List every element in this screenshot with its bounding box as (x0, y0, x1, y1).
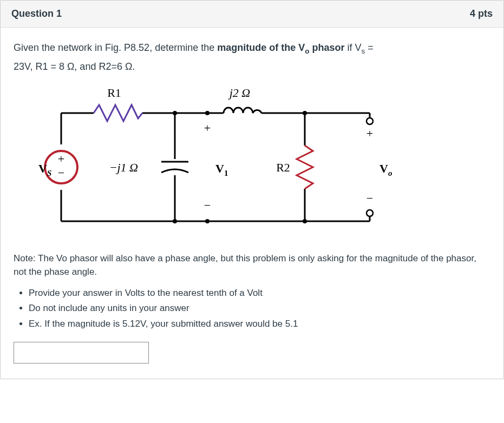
question-header: Question 1 4 pts (1, 1, 503, 28)
svg-point-17 (303, 111, 307, 115)
r2-label: R2 (276, 161, 290, 174)
negj1-label: −j1 Ω (109, 161, 138, 174)
v1-plus: + (204, 121, 211, 135)
question-body: Given the network in Fig. P8.52, determi… (1, 28, 503, 379)
svg-point-24 (366, 210, 373, 216)
prompt-text-b: if V (344, 42, 361, 53)
v1-label: V1 (215, 162, 228, 177)
prompt-bold-main: magnitude of the V (217, 42, 305, 53)
prompt-text: Given the network in Fig. P8.52, determi… (14, 42, 217, 53)
prompt-text-c: = (365, 42, 374, 53)
svg-point-18 (173, 219, 177, 223)
capacitor-icon (161, 162, 188, 173)
svg-point-23 (366, 118, 373, 124)
answer-input[interactable] (14, 342, 149, 363)
svg-point-16 (205, 111, 210, 115)
prompt-line-2: 23V, R1 = 8 Ω, and R2=6 Ω. (14, 60, 490, 75)
svg-point-15 (173, 111, 177, 115)
svg-point-19 (205, 219, 210, 223)
source-plus: + (58, 152, 64, 166)
vo-minus: − (366, 191, 373, 205)
question-card: Question 1 4 pts Given the network in Fi… (0, 0, 504, 379)
voltage-source-icon: + − (45, 151, 77, 183)
r1-label: R1 (107, 86, 121, 100)
circuit-diagram: + − (18, 81, 490, 242)
vo-plus: + (366, 127, 373, 140)
question-title: Question 1 (11, 8, 62, 19)
svg-point-20 (303, 219, 307, 223)
j2-label: j2 Ω (228, 86, 251, 100)
vo-label: Vo (379, 162, 392, 177)
prompt-bold: magnitude of the Vo phasor (217, 42, 344, 53)
circuit-svg: + − (18, 81, 408, 237)
list-item: Provide your answer in Volts to the near… (29, 287, 490, 300)
list-item: Ex. If the magnitude is 5.12V, your subm… (29, 318, 490, 331)
resistor-r1-icon (94, 105, 142, 121)
note-text: Note: The Vo phasor will also have a pha… (14, 252, 490, 279)
v1-minus: − (204, 199, 211, 212)
instructions-list: Provide your answer in Volts to the near… (14, 287, 490, 331)
resistor-r2-icon (297, 146, 313, 189)
inductor-icon (224, 108, 261, 113)
prompt-line-1: Given the network in Fig. P8.52, determi… (14, 41, 490, 57)
list-item: Do not include any units in your answer (29, 302, 490, 315)
source-minus: − (58, 166, 64, 180)
question-points: 4 pts (470, 8, 493, 19)
prompt-bold-tail: phasor (309, 42, 344, 53)
